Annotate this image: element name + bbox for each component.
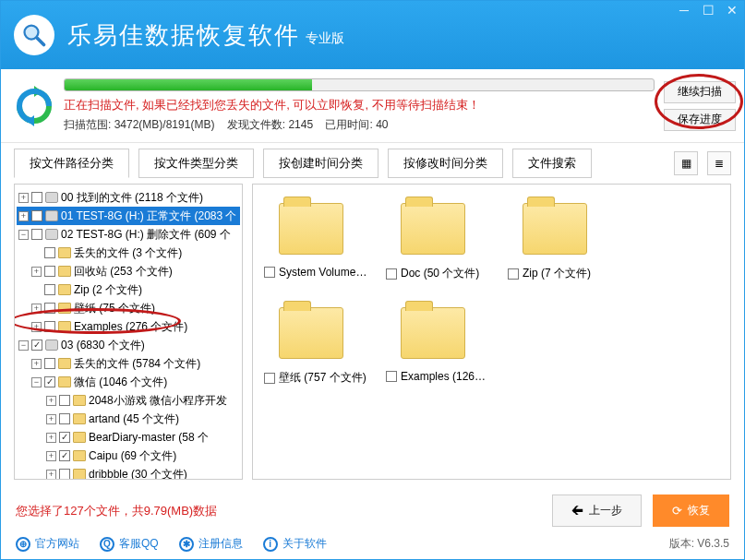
- tree-label: artand (45 个文件): [89, 410, 179, 428]
- expand-toggle[interactable]: +: [31, 359, 42, 369]
- tab-by-path[interactable]: 按文件路径分类: [14, 149, 129, 178]
- tree-checkbox[interactable]: [31, 340, 42, 351]
- tab-by-created[interactable]: 按创建时间分类: [263, 149, 379, 178]
- expand-toggle[interactable]: −: [18, 230, 29, 240]
- expand-toggle[interactable]: +: [46, 433, 56, 443]
- tree-checkbox[interactable]: [59, 395, 70, 406]
- expand-toggle[interactable]: +: [31, 304, 42, 314]
- info-icon: i: [263, 537, 278, 552]
- chat-icon: Q: [100, 537, 114, 552]
- tree-label: Zip (2 个文件): [74, 280, 142, 299]
- tree-checkbox[interactable]: [44, 321, 55, 332]
- svg-line-1: [37, 38, 44, 45]
- grid-item[interactable]: Examples (1268 ..: [386, 300, 489, 386]
- selection-summary: 您选择了127个文件，共9.79(MB)数据: [16, 503, 217, 519]
- folder-icon: [279, 203, 343, 255]
- expand-toggle[interactable]: +: [18, 193, 29, 203]
- tree-label: 02 TEST-8G (H:) 删除文件 (609 个: [61, 225, 231, 244]
- refresh-icon: [14, 86, 54, 126]
- tab-by-modified[interactable]: 按修改时间分类: [388, 149, 503, 178]
- tree-checkbox[interactable]: [44, 376, 55, 387]
- folder-icon: [58, 321, 71, 332]
- maximize-button[interactable]: ☐: [702, 5, 715, 18]
- official-site-link[interactable]: ⊕官方网站: [16, 536, 79, 552]
- view-list-button[interactable]: ≣: [707, 151, 731, 175]
- tree-checkbox[interactable]: [31, 210, 42, 221]
- item-checkbox[interactable]: [508, 268, 519, 280]
- tree-label: 03 (6830 个文件): [61, 336, 145, 354]
- expand-toggle[interactable]: +: [46, 396, 56, 406]
- file-grid[interactable]: System Volume In.. Doc (50 个文件) Zip (7 个…: [252, 184, 731, 480]
- folder-icon: [401, 307, 465, 359]
- tree-checkbox[interactable]: [31, 192, 42, 203]
- recover-button[interactable]: ⟳ 恢复: [653, 494, 729, 527]
- tree-label: 壁纸 (75 个文件): [74, 299, 155, 317]
- save-progress-button[interactable]: 保存进度: [664, 109, 736, 131]
- footer: 您选择了127个文件，共9.79(MB)数据 🡰 上一步 ⟳ 恢复 ⊕官方网站 …: [1, 487, 744, 559]
- tree-checkbox[interactable]: [59, 432, 70, 443]
- tab-search[interactable]: 文件搜索: [512, 149, 592, 178]
- expand-toggle[interactable]: +: [31, 322, 42, 332]
- tree-checkbox[interactable]: [59, 413, 70, 424]
- item-checkbox[interactable]: [386, 268, 397, 280]
- version-label: 版本: V6.3.5: [669, 536, 729, 552]
- tree-checkbox[interactable]: [44, 284, 55, 295]
- folder-icon: [58, 358, 71, 369]
- about-link[interactable]: i关于软件: [263, 536, 327, 552]
- expand-toggle[interactable]: +: [46, 470, 56, 480]
- folder-icon: [73, 469, 86, 480]
- scan-stats: 扫描范围: 3472(MB)/8191(MB) 发现文件数: 2145 已用时间…: [64, 117, 655, 133]
- drive-icon: [45, 229, 58, 240]
- tree-pane[interactable]: +00 找到的文件 (2118 个文件) +01 TEST-8G (H:) 正常…: [14, 184, 243, 480]
- item-checkbox[interactable]: [386, 371, 397, 382]
- tree-label: dribbble (30 个文件): [89, 465, 187, 480]
- tab-by-type[interactable]: 按文件类型分类: [138, 149, 254, 178]
- list-icon: ≣: [715, 157, 724, 170]
- view-large-icons-button[interactable]: ▦: [674, 151, 698, 175]
- tree-checkbox[interactable]: [59, 450, 70, 461]
- tree-checkbox[interactable]: [59, 469, 70, 480]
- folder-icon: [58, 376, 71, 387]
- tree-label: 2048小游戏 微信小程序开发: [89, 391, 227, 410]
- scan-status-bar: 正在扫描文件, 如果已经找到您丢失的文件, 可以立即恢复, 不用等待扫描结束！ …: [1, 69, 744, 143]
- expand-toggle[interactable]: +: [18, 211, 29, 221]
- grid-item[interactable]: System Volume In..: [264, 196, 367, 281]
- tree-checkbox[interactable]: [44, 303, 55, 314]
- tree-checkbox[interactable]: [44, 358, 55, 369]
- item-label: Examples (1268 ..: [401, 370, 489, 383]
- folder-icon: [279, 307, 343, 359]
- folder-icon: [73, 450, 86, 461]
- titlebar: 乐易佳数据恢复软件 专业版 ─ ☐ ✕: [1, 1, 744, 69]
- item-label: 壁纸 (757 个文件): [279, 370, 366, 386]
- tree-label: 回收站 (253 个文件): [74, 262, 173, 280]
- item-label: System Volume In..: [279, 266, 367, 279]
- expand-toggle[interactable]: +: [46, 451, 56, 461]
- expand-toggle[interactable]: +: [46, 414, 56, 424]
- grid-item[interactable]: 壁纸 (757 个文件): [264, 300, 367, 386]
- support-qq-link[interactable]: Q客服QQ: [100, 536, 159, 552]
- tree-checkbox[interactable]: [44, 247, 55, 258]
- folder-icon: [58, 303, 71, 314]
- app-logo: [14, 15, 54, 55]
- tree-label: 丢失的文件 (3 个文件): [74, 244, 182, 262]
- expand-toggle[interactable]: −: [31, 377, 42, 387]
- scan-message: 正在扫描文件, 如果已经找到您丢失的文件, 可以立即恢复, 不用等待扫描结束！: [64, 97, 655, 113]
- tree-checkbox[interactable]: [31, 229, 42, 240]
- expand-toggle[interactable]: +: [31, 267, 42, 277]
- grid-item[interactable]: Zip (7 个文件): [508, 196, 611, 281]
- item-checkbox[interactable]: [264, 267, 275, 278]
- drive-icon: [45, 192, 58, 203]
- close-button[interactable]: ✕: [726, 5, 739, 18]
- grid-item[interactable]: Doc (50 个文件): [386, 196, 489, 281]
- folder-icon: [58, 247, 71, 258]
- item-checkbox[interactable]: [264, 373, 275, 384]
- expand-toggle[interactable]: −: [18, 340, 29, 351]
- back-button[interactable]: 🡰 上一步: [552, 494, 642, 527]
- tab-strip: 按文件路径分类 按文件类型分类 按创建时间分类 按修改时间分类 文件搜索 ▦ ≣: [1, 143, 744, 184]
- continue-scan-button[interactable]: 继续扫描: [664, 81, 736, 103]
- key-icon: ✱: [179, 537, 194, 552]
- minimize-button[interactable]: ─: [678, 5, 691, 18]
- tree-checkbox[interactable]: [44, 266, 55, 277]
- folder-icon: [73, 432, 86, 443]
- register-link[interactable]: ✱注册信息: [179, 536, 243, 552]
